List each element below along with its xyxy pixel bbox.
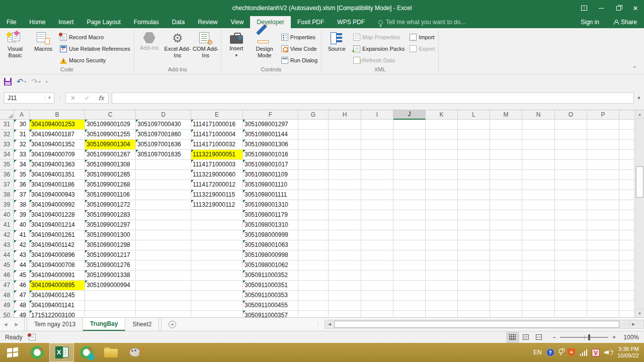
cell-F42[interactable]: 3051098000999	[243, 230, 298, 240]
cell-B40[interactable]: 3041094001228	[30, 210, 85, 220]
cell-B35[interactable]: 3041094001363	[30, 160, 85, 170]
column-header-D[interactable]: D	[136, 110, 191, 120]
cell-C31[interactable]: 3051099001029	[85, 120, 136, 130]
cell-A45[interactable]: 44	[14, 260, 30, 270]
cell-M31[interactable]	[490, 120, 522, 130]
zoom-in-button[interactable]: +	[612, 334, 616, 341]
cell-J36[interactable]	[393, 170, 426, 180]
cell-partial41[interactable]	[619, 220, 634, 230]
cell-B31[interactable]: 3041094001253	[30, 120, 85, 130]
cell-O50[interactable]	[555, 311, 587, 317]
source-button[interactable]: Source	[323, 29, 351, 66]
cell-partial49[interactable]	[619, 301, 634, 311]
cell-K39[interactable]	[426, 200, 458, 210]
cell-O39[interactable]	[555, 200, 587, 210]
tab-view[interactable]: View	[224, 16, 251, 28]
cell-B50[interactable]: 1715122003100	[30, 311, 85, 317]
cell-A43[interactable]: 42	[14, 240, 30, 250]
column-header-B[interactable]: B	[30, 110, 85, 120]
cell-G49[interactable]	[298, 301, 329, 311]
cell-partial36[interactable]	[619, 170, 634, 180]
enter-formula-button[interactable]: ✓	[80, 95, 94, 102]
cell-O43[interactable]	[555, 240, 587, 250]
cell-P43[interactable]	[587, 240, 619, 250]
cell-K46[interactable]	[426, 270, 458, 281]
formula-input[interactable]	[112, 93, 634, 104]
cell-B46[interactable]: 3041094000991	[30, 270, 85, 281]
cell-F32[interactable]: 3051098001144	[243, 130, 298, 140]
cell-J44[interactable]	[393, 250, 426, 260]
cell-H49[interactable]	[329, 301, 361, 311]
minimize-button[interactable]	[593, 0, 610, 16]
sheet-tab-trungbay[interactable]: TrungBay	[83, 318, 125, 331]
cell-N47[interactable]	[522, 281, 555, 291]
select-all-corner[interactable]	[0, 110, 14, 120]
cell-F37[interactable]: 3051098001110	[243, 180, 298, 190]
insert-function-button[interactable]: fx	[94, 95, 108, 102]
row-header-43[interactable]: 43	[0, 240, 14, 250]
cell-M36[interactable]	[490, 170, 522, 180]
cell-K49[interactable]	[426, 301, 458, 311]
cell-I33[interactable]	[361, 140, 393, 150]
cell-N49[interactable]	[522, 301, 555, 311]
cell-F48[interactable]: 3050911000353	[243, 291, 298, 301]
row-header-31[interactable]: 31	[0, 120, 14, 130]
cell-N42[interactable]	[522, 230, 555, 240]
cell-D34[interactable]: 3051097001635	[136, 150, 191, 160]
column-header-G[interactable]: G	[298, 110, 329, 120]
cell-G39[interactable]	[298, 200, 329, 210]
column-header-A[interactable]: A	[14, 110, 30, 120]
cell-M33[interactable]	[490, 140, 522, 150]
cell-F33[interactable]: 3051098001306	[243, 140, 298, 150]
column-header-H[interactable]: H	[329, 110, 361, 120]
cell-P47[interactable]	[587, 281, 619, 291]
cell-G40[interactable]	[298, 210, 329, 220]
cell-partial35[interactable]	[619, 160, 634, 170]
row-header-44[interactable]: 44	[0, 250, 14, 260]
cell-D44[interactable]	[136, 250, 191, 260]
cell-P40[interactable]	[587, 210, 619, 220]
cell-C45[interactable]: 3051099001276	[85, 260, 136, 270]
cell-B42[interactable]: 3041094001261	[30, 230, 85, 240]
row-header-47[interactable]: 47	[0, 281, 14, 291]
cell-G37[interactable]	[298, 180, 329, 190]
cell-A38[interactable]: 37	[14, 190, 30, 200]
column-header-K[interactable]: K	[426, 110, 458, 120]
cell-L33[interactable]	[458, 140, 490, 150]
cell-partial38[interactable]	[619, 190, 634, 200]
cell-E50[interactable]	[191, 311, 243, 317]
row-header-35[interactable]: 35	[0, 160, 14, 170]
help-tray-icon[interactable]: ?	[546, 348, 554, 356]
cell-O41[interactable]	[555, 220, 587, 230]
row-header-42[interactable]: 42	[0, 230, 14, 240]
network-signal-icon[interactable]	[580, 349, 588, 356]
cell-H48[interactable]	[329, 291, 361, 301]
sheet-nav-left[interactable]: ◀	[0, 318, 11, 331]
cell-G42[interactable]	[298, 230, 329, 240]
cell-G32[interactable]	[298, 130, 329, 140]
cell-G36[interactable]	[298, 170, 329, 180]
cell-F34[interactable]: 3051098001016	[243, 150, 298, 160]
cell-I38[interactable]	[361, 190, 393, 200]
insert-control-button[interactable]: Insert ▼	[222, 29, 251, 66]
cell-N50[interactable]	[522, 311, 555, 317]
cell-L44[interactable]	[458, 250, 490, 260]
cell-F31[interactable]: 3051098001297	[243, 120, 298, 130]
cell-H32[interactable]	[329, 130, 361, 140]
cell-A49[interactable]: 48	[14, 301, 30, 311]
security-shield-icon[interactable]	[568, 348, 576, 357]
cell-I36[interactable]	[361, 170, 393, 180]
row-header-39[interactable]: 39	[0, 200, 14, 210]
cell-H37[interactable]	[329, 180, 361, 190]
cell-G48[interactable]	[298, 291, 329, 301]
cell-N34[interactable]	[522, 150, 555, 160]
visual-basic-button[interactable]: Visual Basic	[1, 29, 29, 66]
ribbon-display-options-button[interactable]: ↑	[576, 0, 593, 16]
cell-C35[interactable]: 3051099001308	[85, 160, 136, 170]
cell-N32[interactable]	[522, 130, 555, 140]
cell-E43[interactable]	[191, 240, 243, 250]
cell-J41[interactable]	[393, 220, 426, 230]
cell-K40[interactable]	[426, 210, 458, 220]
cell-F47[interactable]: 3050911000351	[243, 281, 298, 291]
view-code-button[interactable]: View Code	[280, 43, 319, 54]
